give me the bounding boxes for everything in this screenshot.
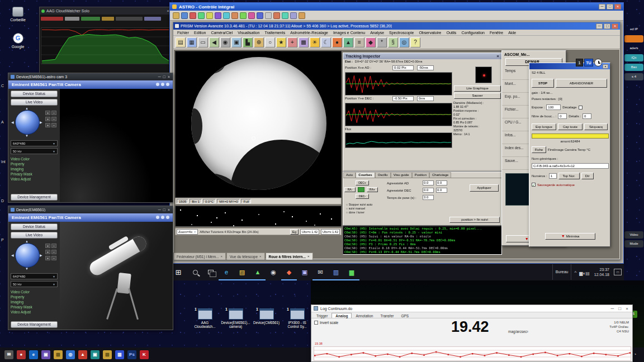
window-controls[interactable]: ─ □ × bbox=[158, 208, 171, 212]
photos-app-icon[interactable]: ▣ bbox=[297, 264, 312, 280]
edge-icon[interactable]: e bbox=[29, 350, 38, 359]
task-view-button[interactable] bbox=[203, 270, 219, 274]
tilt-down-icon[interactable]: ▼ bbox=[25, 267, 29, 270]
zoom-out-button[interactable]: − bbox=[51, 244, 56, 248]
gear-icon[interactable]: * bbox=[377, 37, 387, 47]
camera-settings-link[interactable]: Video Adjust bbox=[11, 310, 58, 314]
filter-icon[interactable] bbox=[215, 12, 221, 19]
offset-checkbox[interactable] bbox=[579, 106, 583, 109]
minimize-button[interactable]: ▼Minimisa bbox=[545, 233, 595, 240]
minimize-icon[interactable]: ─ bbox=[596, 23, 603, 29]
title-bar[interactable]: Log Continuum.do ─ □ × bbox=[311, 305, 632, 312]
sun-icon[interactable]: ☀ bbox=[310, 37, 320, 47]
dome-icon[interactable] bbox=[198, 12, 205, 19]
guiding-console-log[interactable]: C0m(A5) (H5) Intervalle suivi avec Délai… bbox=[343, 226, 502, 255]
menu-item[interactable]: Configuration bbox=[459, 31, 487, 35]
camera-settings-link[interactable]: Privacy Mask bbox=[11, 172, 58, 176]
window-controls[interactable]: ─ □ × bbox=[158, 75, 171, 79]
title-bar[interactable]: ASTRO - Contrôle Intégral ─□× bbox=[170, 3, 623, 11]
desktop-icon[interactable]: 1 AAG Cloudwatch... bbox=[190, 308, 220, 345]
guide-mode-option[interactable]: Stopper suivi auto bbox=[346, 203, 372, 207]
moon-icon[interactable]: ☾ bbox=[321, 37, 331, 47]
star-icon[interactable]: ★ bbox=[276, 37, 286, 47]
clock-icon[interactable] bbox=[240, 12, 247, 19]
connect-icon[interactable] bbox=[173, 12, 179, 19]
tray-chevron-icon[interactable]: ^ bbox=[574, 270, 576, 275]
long-exposure-button[interactable]: Exp longue bbox=[532, 123, 556, 130]
open-icon[interactable]: ▤ bbox=[176, 37, 186, 47]
menu-item[interactable]: Observatoire bbox=[416, 31, 443, 35]
sequence-acquire-button[interactable]: Séq+acq bbox=[584, 123, 608, 130]
remote-app-icon[interactable]: ▣ bbox=[91, 350, 100, 359]
ra-minus-button[interactable]: RA- bbox=[344, 187, 356, 192]
document-tab[interactable]: Vue du télescope × bbox=[226, 253, 265, 260]
device-status-button[interactable]: Device Status bbox=[11, 90, 58, 97]
telescope-icon[interactable] bbox=[190, 12, 196, 19]
device-management-button[interactable]: Device Management bbox=[11, 321, 58, 328]
edge-button[interactable]: Bax bbox=[624, 64, 643, 71]
desktop-icon[interactable]: 1 Device(CM6561) bbox=[252, 308, 281, 345]
planet-icon[interactable]: ● bbox=[332, 37, 342, 47]
resolution-select[interactable]: 640*480▼ bbox=[11, 140, 58, 146]
camera-icon[interactable]: ◉ bbox=[220, 37, 230, 47]
zoom-in-button[interactable]: + bbox=[45, 111, 50, 115]
mail-app-icon[interactable]: ✉ bbox=[312, 264, 328, 280]
guiding-tab[interactable]: Oscillo bbox=[375, 172, 391, 178]
banner-buttons[interactable] bbox=[154, 215, 169, 220]
chart-icon[interactable]: ▲ bbox=[343, 37, 353, 47]
iris-in-button[interactable]: + bbox=[45, 123, 50, 127]
autosave-checkbox[interactable]: ✓ bbox=[532, 183, 536, 187]
help-icon[interactable]: ? bbox=[410, 37, 420, 47]
drive-app-icon[interactable]: ▥ bbox=[328, 264, 344, 280]
stop-button[interactable]: STOP bbox=[532, 79, 554, 88]
menu-item[interactable]: Analyse bbox=[368, 31, 386, 35]
tilt-down-icon[interactable]: ▼ bbox=[25, 134, 29, 137]
document-tab[interactable]: Fédérateur (M51) i Mém... × bbox=[173, 253, 226, 260]
minimize-icon[interactable]: ─ bbox=[599, 4, 605, 9]
menu-item[interactable]: Traitements bbox=[263, 31, 288, 35]
iris-in-button[interactable]: + bbox=[45, 256, 50, 260]
focus-out-button[interactable]: − bbox=[51, 117, 56, 121]
read-graph-button[interactable]: Lire Graphique bbox=[454, 85, 501, 92]
edge-button[interactable] bbox=[624, 35, 643, 42]
camera-settings-link[interactable]: Privacy Mask bbox=[11, 305, 58, 309]
file-card-button[interactable]: Fiche bbox=[532, 146, 546, 153]
log-tab[interactable]: Transfer bbox=[377, 313, 397, 318]
apply-button[interactable]: Appliquer bbox=[470, 184, 499, 192]
desktop-icon[interactable]: G Google bbox=[2, 33, 34, 49]
log-tab[interactable]: Trigger bbox=[313, 313, 331, 318]
globe-icon[interactable]: ◎ bbox=[399, 37, 409, 47]
menu-item[interactable]: Edition bbox=[192, 31, 208, 35]
edge-icon[interactable]: e bbox=[219, 264, 234, 280]
iris-out-button[interactable]: − bbox=[51, 256, 56, 260]
dec-plus-button[interactable]: DEC+ bbox=[356, 180, 369, 185]
k-app-icon[interactable]: K bbox=[140, 350, 149, 359]
focus-in-button[interactable]: + bbox=[45, 117, 50, 121]
camera-icon[interactable] bbox=[181, 12, 188, 19]
focus-in-button[interactable]: + bbox=[45, 250, 50, 254]
camera-settings-link[interactable]: Imaging bbox=[11, 167, 58, 171]
camera-settings-link[interactable]: Imaging bbox=[11, 300, 58, 304]
map-icon[interactable] bbox=[231, 12, 238, 19]
document-tab[interactable]: Roue à filtres intern... × bbox=[266, 253, 313, 260]
browser-icon[interactable]: ◎ bbox=[66, 350, 75, 359]
loop-count-input[interactable]: 0 bbox=[558, 113, 567, 119]
exposure-time-input[interactable]: 3.0 bbox=[423, 195, 434, 200]
maximize-icon[interactable]: □ bbox=[604, 23, 610, 29]
window-controls[interactable]: ─ □ × bbox=[610, 306, 630, 311]
media-app-icon[interactable]: ● bbox=[17, 350, 26, 359]
action-center-icon[interactable]: ▭ bbox=[614, 269, 622, 275]
guiding-tab[interactable]: Chariotage bbox=[429, 172, 451, 178]
camera-settings-link[interactable]: Property bbox=[11, 295, 58, 299]
storage-app-icon[interactable]: ▥ bbox=[115, 350, 124, 359]
firefox-icon[interactable]: ▲ bbox=[78, 350, 87, 359]
end-guiding-button[interactable]: position > fin suivi bbox=[449, 217, 500, 223]
tilt-up-icon[interactable]: ▲ bbox=[25, 240, 29, 243]
device-status-button[interactable]: Device Status bbox=[11, 223, 58, 230]
menu-item[interactable]: Outils bbox=[444, 31, 458, 35]
dec-aggressiveness-input[interactable]: 0.0 bbox=[423, 188, 434, 193]
back-icon[interactable]: ◀ bbox=[209, 37, 219, 47]
zoom-out-button[interactable]: − bbox=[51, 111, 56, 115]
title-bar[interactable]: Tracking Inspector × bbox=[343, 53, 501, 59]
close-icon[interactable]: × bbox=[612, 23, 618, 29]
